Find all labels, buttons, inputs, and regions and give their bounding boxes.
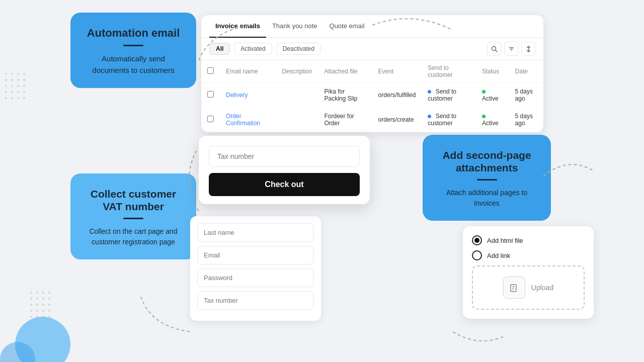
filter-activated[interactable]: Activated [234, 43, 272, 55]
tax-number-input-checkout[interactable] [209, 146, 360, 167]
row-attached-file-1: Pika for Packing Slip [318, 83, 372, 108]
row-attached-file-2: Fordeer for Order [318, 108, 372, 132]
filter-icon-button[interactable] [504, 42, 518, 56]
row-date-2: 5 days ago [509, 108, 543, 132]
tab-thank-you-note[interactable]: Thank you note [266, 15, 324, 38]
row-description-2 [276, 108, 318, 132]
collect-vat-card: Collect customer VAT number Collect on t… [70, 173, 196, 259]
collect-vat-description: Collect on the cart page and customer re… [83, 226, 184, 247]
svg-line-1 [495, 50, 497, 52]
row-event-1: orders/fulfilled [372, 83, 422, 108]
automation-email-description: Automatically send documents to customer… [83, 53, 184, 76]
automation-email-title: Automation email [83, 27, 184, 40]
col-attached-file: Attached file [318, 60, 372, 83]
email-link-delivery[interactable]: Delivery [226, 92, 248, 99]
email-table: Email name Description Attached file Eve… [201, 60, 543, 132]
row-send-to-2: Send to customer [422, 108, 476, 132]
attachments-divider [477, 179, 497, 180]
checkout-button[interactable]: Check out [209, 173, 360, 196]
col-description: Description [276, 60, 318, 83]
search-icon-button[interactable] [487, 42, 501, 56]
table-row: Delivery Pika for Packing Slip orders/fu… [201, 83, 543, 108]
filter-all[interactable]: All [209, 43, 230, 55]
password-input[interactable] [197, 268, 314, 287]
status-dot-1 [482, 90, 486, 94]
sort-icon-button[interactable] [521, 42, 535, 56]
row-checkbox-2[interactable] [207, 116, 214, 122]
decorative-dots-topleft [5, 73, 35, 113]
upload-card: Add html file Add link Upload [463, 226, 594, 319]
radio-label-link: Add link [487, 252, 510, 259]
automation-email-card: Automation email Automatically send docu… [70, 13, 196, 88]
col-date: Date [509, 60, 543, 83]
row-status-2: Active [476, 108, 509, 132]
send-to-dot-2 [428, 115, 431, 118]
upload-zone[interactable]: Upload [472, 265, 585, 310]
row-status-1: Active [476, 83, 509, 108]
radio-add-link[interactable]: Add link [472, 250, 585, 260]
radio-label-html: Add html file [487, 237, 523, 244]
filter-icons [487, 42, 535, 56]
tab-invoice-emails[interactable]: Invoice emails [209, 15, 266, 38]
collect-vat-title: Collect customer VAT number [83, 188, 184, 213]
table-tabs: Invoice emails Thank you note Quote emai… [201, 15, 543, 38]
row-send-to-1: Send to customer [422, 83, 476, 108]
row-checkbox-1[interactable] [207, 91, 214, 98]
email-link-order-confirmation[interactable]: Order Confirmation [226, 113, 260, 127]
table-filters: All Activated Deactivated [201, 38, 543, 60]
col-email-name: Email name [220, 60, 276, 83]
send-to-dot-1 [428, 90, 431, 94]
email-table-card: Invoice emails Thank you note Quote emai… [201, 15, 543, 132]
col-status: Status [476, 60, 509, 83]
checkout-form-card: Check out [199, 136, 370, 204]
attachments-title: Add second-page attachments [435, 149, 539, 174]
status-dot-2 [482, 115, 486, 118]
email-input[interactable] [197, 246, 314, 264]
radio-add-html-file[interactable]: Add html file [472, 235, 585, 245]
filter-deactivated[interactable]: Deactivated [276, 43, 321, 55]
tax-number-input-register[interactable] [197, 291, 314, 310]
automation-email-divider [123, 45, 143, 46]
radio-circle-html [472, 235, 482, 245]
row-description-1 [276, 83, 318, 108]
upload-label: Upload [531, 284, 553, 292]
attachments-description: Attach additional pages to invoices [435, 188, 539, 209]
col-send-to-customer: Send to customer [422, 60, 476, 83]
collect-vat-divider [123, 218, 143, 219]
table-row: Order Confirmation Fordeer for Order ord… [201, 108, 543, 132]
row-date-1: 5 days ago [509, 83, 543, 108]
attachments-card: Add second-page attachments Attach addit… [423, 135, 551, 221]
tab-quote-email[interactable]: Quote email [324, 15, 371, 38]
upload-icon [503, 277, 525, 299]
row-event-2: orders/create [372, 108, 422, 132]
col-event: Event [372, 60, 422, 83]
last-name-input[interactable] [197, 223, 314, 242]
registration-form-card [190, 216, 321, 321]
radio-circle-link [472, 250, 482, 260]
select-all-checkbox[interactable] [207, 67, 214, 74]
